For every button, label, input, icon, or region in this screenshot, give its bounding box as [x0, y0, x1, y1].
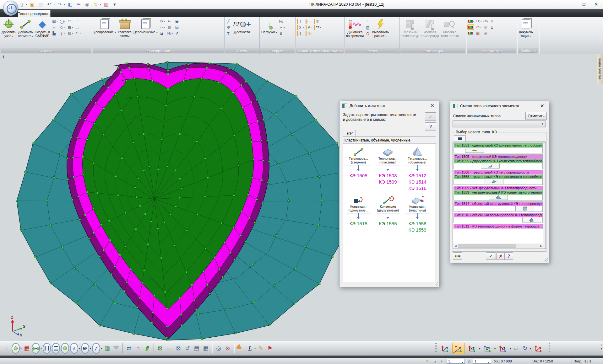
fe-type-row[interactable]: Тип 1509 - четырехугольный КЭ теплопрово… [454, 186, 542, 190]
fe-shape-tab-triangle[interactable] [481, 163, 500, 169]
snapshot-button[interactable]: ◉ [84, 1, 91, 8]
chevron-down-icon[interactable]: ▾ [473, 20, 474, 23]
dome-generator-icon[interactable]: ◠ [67, 19, 73, 24]
axes-dimetry-button[interactable] [452, 343, 465, 354]
chevron-down-icon[interactable]: ▾ [320, 26, 321, 29]
move-frame-button[interactable]: ▭ [165, 343, 173, 354]
rotate-selection-button[interactable]: ↺ [183, 343, 192, 354]
check-plates-icon[interactable]: ▭ [305, 19, 313, 24]
open-button[interactable]: ▣ [29, 1, 36, 8]
splus-icon[interactable]: S⁺▾ [74, 30, 81, 36]
run-button[interactable]: ↯ [92, 1, 99, 8]
freeze-tc-icon[interactable]: ❄ [489, 19, 495, 24]
resize-grip[interactable] [545, 258, 548, 262]
ke-link-КЭ1558[interactable]: КЭ 1558 [408, 221, 426, 227]
shell-generator-icon[interactable]: ◯▾ [59, 19, 66, 24]
chevron-down-icon[interactable]: ▾ [164, 26, 165, 29]
ke-link-КЭ1509[interactable]: КЭ 1509 [379, 179, 397, 185]
undo-button[interactable]: ↶ [46, 1, 53, 8]
chevron-down-icon[interactable]: ▾ [312, 32, 313, 35]
rotate-view-button[interactable]: ↻ [521, 343, 529, 354]
new-document-button[interactable]: ▯ [18, 1, 25, 8]
help-button[interactable]: ? [504, 252, 513, 260]
chevron-down-icon[interactable]: ▾ [72, 32, 73, 35]
scale-up-icon[interactable]: ▲ [434, 358, 437, 364]
report-book-tab[interactable]: Книга отчетов [596, 54, 603, 84]
horizontal-elements-button[interactable] [52, 343, 60, 354]
pack-scheme-button[interactable]: Упаковкасхемы [117, 18, 132, 48]
show-elements-button[interactable] [32, 343, 40, 354]
fe-shape-tab-tetra[interactable] [489, 195, 508, 200]
dropdown-caret-icon[interactable]: ▾ [26, 3, 27, 6]
paint-selection-button[interactable] [143, 343, 151, 354]
vertical-elements-button[interactable] [43, 343, 51, 354]
chevron-down-icon[interactable]: ▾ [510, 347, 511, 350]
unselect-frame-button[interactable]: ⊠ [174, 343, 182, 354]
ke-link-КЭ1508[interactable]: КЭ 1508 [379, 173, 397, 179]
edit-loads-icon[interactable]: № [278, 19, 285, 24]
arc-selection-button[interactable]: ∩ [134, 343, 142, 354]
move-button[interactable]: Перемещение ▾ [133, 18, 158, 48]
chevron-down-icon[interactable]: ▾ [90, 347, 91, 350]
horizontal-scrollbar[interactable]: ◄ ► [453, 244, 544, 248]
truss-generator-icon[interactable]: △ [51, 24, 58, 30]
add-node-button[interactable]: Добавитьузел ▾ [1, 18, 17, 48]
mirror-icon[interactable]: ▱▾ [159, 24, 166, 30]
time-load-icon[interactable]: t↓ [365, 19, 371, 24]
book-button[interactable]: ❧ [75, 1, 82, 8]
colorbar-cursor-icon[interactable]: ▾ [467, 19, 474, 24]
nodes-grid-button[interactable]: ▦ [23, 343, 31, 354]
cancel-button[interactable]: ✘ [496, 252, 505, 260]
check-duplicates-icon[interactable]: ∥ [296, 30, 304, 36]
results-fragment-icon[interactable]: ▤ [174, 24, 180, 30]
fe-type-row[interactable]: Тип 1508 - треугольный КЭ теплопроводнос… [454, 170, 542, 175]
chevron-down-icon[interactable]: ▾ [254, 347, 256, 350]
scale-down-icon[interactable]: ▼ [440, 358, 443, 364]
dimension-L-button[interactable]: L [246, 343, 254, 354]
redo-button[interactable]: ↷ [56, 1, 63, 8]
frame-view-button[interactable]: ▤ [193, 343, 201, 354]
unselect-all-button[interactable]: ⊠ [156, 343, 164, 354]
scroll-right-icon[interactable]: ► [539, 244, 544, 248]
dashed-grid-icon[interactable]: ▨▾ [67, 30, 73, 36]
fe-type-row[interactable]: Тип 1516 - объемный восьмиузловой КЭ теп… [454, 213, 542, 217]
results-button[interactable]: ▥ [103, 1, 110, 8]
resize-grip[interactable] [435, 282, 438, 286]
angle-icon[interactable]: ∠ [468, 358, 471, 364]
colorbar-refresh-icon[interactable] [467, 24, 474, 30]
chevron-down-icon[interactable]: ▾ [284, 26, 285, 29]
tab-teploprovodnost[interactable]: Теплопроводность [18, 10, 51, 17]
flag-note-button[interactable]: ⚑ [266, 343, 274, 354]
mosaic-update-icon[interactable]: ▦ [475, 30, 482, 36]
copy-loads-icon[interactable]: ⇵ [278, 31, 285, 36]
chevron-down-icon[interactable]: ▾ [20, 347, 22, 350]
dropdown-caret-icon[interactable]: ▾ [54, 3, 55, 6]
check-volumes-icon[interactable]: ◫ [314, 19, 322, 24]
filter-button[interactable] [112, 343, 120, 354]
stiffness-display-button[interactable]: ЕF [81, 343, 89, 354]
check-geometry-icon[interactable]: ⇉▾ [305, 30, 313, 36]
bridge-icon[interactable]: ◠▾ [475, 24, 482, 30]
correction-icon[interactable]: ╱ [225, 19, 231, 24]
fe-type-row[interactable]: Тип 1505 - стержневой КЭ теплопроводност… [454, 155, 542, 159]
fe-shape-tab-hexa[interactable] [515, 206, 534, 211]
space-axes-button[interactable] [532, 343, 545, 354]
node-dots-icon[interactable]: ∴ [74, 19, 81, 24]
chevron-down-icon[interactable]: ▾ [72, 26, 73, 29]
ke-link-КЭ1505[interactable]: КЭ 1505 [349, 173, 367, 179]
fe-type-row[interactable]: Тип 1551 - одноузловой КЭ конвективного … [454, 143, 542, 148]
chevron-down-icon[interactable]: ▾ [101, 347, 102, 350]
sum-loads-icon[interactable]: Σ [489, 24, 495, 30]
chevron-down-icon[interactable]: ▾ [164, 20, 165, 23]
axes-x-icon[interactable]: x▾ [296, 24, 304, 30]
confirm-button[interactable]: ✔ [425, 112, 436, 121]
toolbar-drag-handle[interactable] [549, 343, 550, 354]
delete-plane-icon[interactable]: ◪ [159, 30, 166, 36]
dropdown-caret-icon[interactable]: ▾ [64, 3, 65, 6]
pencil-button[interactable]: ✎ [257, 343, 265, 354]
chevron-down-icon[interactable]: ▾ [312, 26, 313, 29]
fe-type-row[interactable]: Тип 1559 - четырехугольный КЭ конвективн… [454, 190, 542, 195]
rod-type-icon[interactable]: Τ [225, 31, 231, 36]
loads-button[interactable]: ↓Нагрузки ▾ [261, 18, 278, 48]
chevron-down-icon[interactable]: ▾ [80, 32, 81, 35]
